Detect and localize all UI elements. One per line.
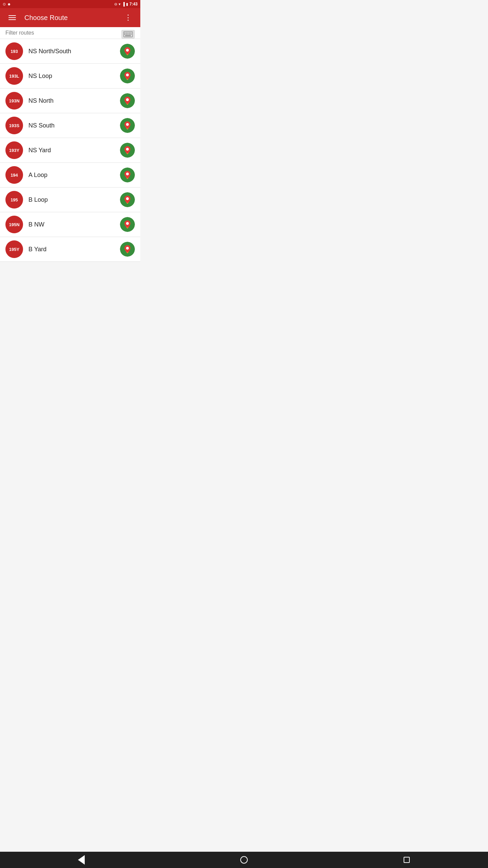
- map-icon[interactable]: [120, 242, 135, 257]
- map-icon[interactable]: [120, 167, 135, 182]
- signal-icon: ▐: [122, 2, 125, 6]
- route-badge-text: 193L: [9, 74, 19, 79]
- location-status-icon: ⊙: [3, 2, 6, 6]
- route-item[interactable]: 193S NS South: [0, 113, 140, 138]
- route-item[interactable]: 195Y B Yard: [0, 237, 140, 262]
- route-name: B Loop: [28, 196, 120, 203]
- route-item[interactable]: 193Y NS Yard: [0, 138, 140, 163]
- route-badge: 195Y: [5, 240, 23, 258]
- map-icon[interactable]: [120, 143, 135, 158]
- page-title: Choose Route: [24, 14, 121, 22]
- svg-point-28: [126, 173, 129, 175]
- route-name: B Yard: [28, 246, 120, 253]
- svg-rect-4: [129, 33, 130, 34]
- route-badge-text: 193S: [9, 123, 19, 128]
- route-name: NS North: [28, 97, 120, 104]
- svg-rect-6: [124, 34, 125, 35]
- route-list: 193 NS North/South 193L NS Loop: [0, 39, 140, 262]
- route-badge-text: 195: [11, 197, 18, 202]
- map-icon[interactable]: [120, 118, 135, 133]
- battery-icon: ▮: [126, 2, 128, 6]
- svg-point-31: [126, 197, 129, 200]
- map-icon[interactable]: [120, 192, 135, 207]
- route-badge: 193N: [5, 92, 23, 110]
- route-badge: 193: [5, 42, 23, 60]
- route-item[interactable]: 194 A Loop: [0, 163, 140, 188]
- route-name: B NW: [28, 221, 120, 228]
- svg-point-34: [126, 222, 129, 225]
- signal-minus-icon: ⊖: [114, 2, 117, 6]
- hamburger-icon: [8, 15, 16, 20]
- route-badge: 194: [5, 166, 23, 184]
- map-icon[interactable]: [120, 217, 135, 232]
- svg-rect-11: [125, 35, 131, 36]
- more-options-button[interactable]: ⋮: [121, 11, 135, 24]
- menu-button[interactable]: [5, 11, 19, 24]
- route-badge-text: 193Y: [9, 148, 19, 153]
- map-icon[interactable]: [120, 93, 135, 108]
- svg-point-25: [126, 148, 129, 151]
- route-item[interactable]: 195N B NW: [0, 212, 140, 237]
- svg-rect-7: [126, 34, 127, 35]
- route-badge: 193S: [5, 117, 23, 134]
- status-bar: ⊙ ☻ ⊖ ▾ ▐ ▮ 7:43: [0, 0, 140, 8]
- route-badge-text: 194: [11, 173, 18, 178]
- svg-point-13: [126, 49, 129, 52]
- route-badge: 195: [5, 191, 23, 209]
- svg-point-37: [126, 247, 129, 250]
- route-name: NS North/South: [28, 48, 120, 55]
- route-badge-text: 195N: [9, 222, 19, 227]
- route-item[interactable]: 193L NS Loop: [0, 64, 140, 88]
- svg-point-16: [126, 74, 129, 76]
- svg-rect-9: [129, 34, 130, 35]
- app-bar: Choose Route ⋮: [0, 8, 140, 27]
- svg-rect-10: [130, 34, 131, 35]
- svg-point-19: [126, 98, 129, 101]
- status-time: 7:43: [129, 2, 138, 6]
- route-badge-text: 193: [11, 49, 18, 54]
- svg-rect-2: [126, 33, 127, 34]
- route-item[interactable]: 195 B Loop: [0, 188, 140, 212]
- keyboard-svg-icon: [123, 31, 133, 37]
- keyboard-toggle-button[interactable]: [121, 30, 135, 39]
- route-name: NS South: [28, 122, 120, 129]
- route-badge-text: 195Y: [9, 247, 19, 252]
- svg-rect-3: [127, 33, 128, 34]
- svg-rect-5: [130, 33, 131, 34]
- android-status-icon: ☻: [7, 2, 11, 6]
- route-name: NS Loop: [28, 73, 120, 80]
- route-name: NS Yard: [28, 147, 120, 154]
- map-icon[interactable]: [120, 68, 135, 83]
- map-icon[interactable]: [120, 44, 135, 59]
- route-badge: 195N: [5, 216, 23, 233]
- route-badge: 193L: [5, 67, 23, 85]
- route-badge: 193Y: [5, 141, 23, 159]
- more-vert-icon: ⋮: [124, 14, 132, 21]
- route-name: A Loop: [28, 172, 120, 179]
- svg-rect-8: [127, 34, 128, 35]
- route-badge-text: 193N: [9, 98, 19, 103]
- status-bar-left: ⊙ ☻: [3, 2, 11, 6]
- route-item[interactable]: 193N NS North: [0, 88, 140, 113]
- route-item[interactable]: 193 NS North/South: [0, 39, 140, 64]
- status-bar-right: ⊖ ▾ ▐ ▮ 7:43: [114, 2, 138, 6]
- svg-point-22: [126, 123, 129, 126]
- filter-input[interactable]: [5, 30, 121, 39]
- svg-rect-1: [124, 33, 125, 34]
- filter-bar: [0, 27, 140, 39]
- wifi-icon: ▾: [119, 2, 121, 6]
